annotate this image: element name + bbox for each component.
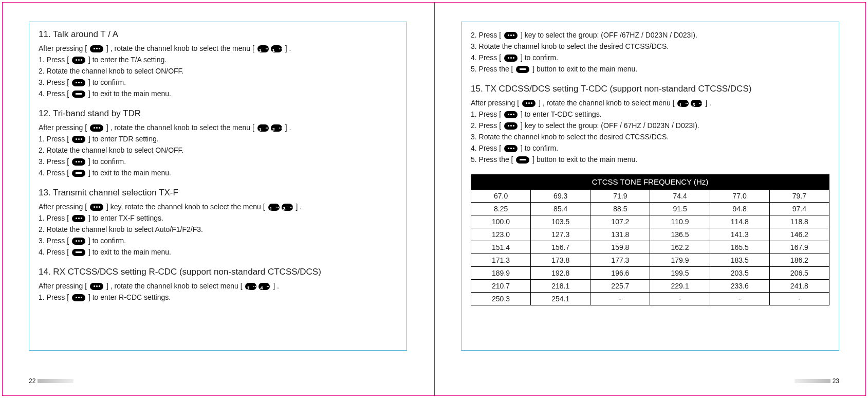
menu-key-icon bbox=[90, 124, 103, 132]
keypad-key-icon: 1 bbox=[677, 100, 689, 107]
table-cell: 127.3 bbox=[531, 228, 590, 241]
footer-bar-icon bbox=[38, 379, 73, 383]
section-title: 13. Transmit channel selection TX-F bbox=[39, 188, 397, 198]
keypad-key-icon: 4 bbox=[258, 283, 270, 290]
instruction-step: 2. Rotate the channel knob to select ON/… bbox=[39, 65, 397, 77]
table-cell: 88.5 bbox=[590, 203, 650, 215]
table-cell: 173.8 bbox=[531, 254, 590, 267]
table-cell: 233.6 bbox=[710, 280, 769, 293]
content-box-left: 11. Talk around T / AAfter pressing [ ] … bbox=[29, 22, 407, 351]
table-cell: 94.8 bbox=[710, 203, 769, 215]
table-row: 8.2585.488.591.594.897.4 bbox=[471, 203, 829, 215]
table-cell: 254.1 bbox=[531, 293, 590, 305]
table-cell: 156.7 bbox=[531, 241, 590, 254]
table-row: 100.0103.5107.2110.9114.8118.8 bbox=[471, 215, 829, 228]
table-cell: 69.3 bbox=[531, 190, 590, 203]
menu-key-icon bbox=[90, 283, 103, 290]
manual-section: 14. RX CTCSS/DCS setting R-CDC (support … bbox=[39, 267, 397, 303]
keypad-key-icon: 1 bbox=[271, 45, 282, 52]
instruction-step: 2. Rotate the channel knob to select ON/… bbox=[39, 144, 397, 156]
table-cell: 123.0 bbox=[471, 228, 531, 241]
instruction-step: 5. Press the [ ] button to exit to the m… bbox=[471, 63, 829, 75]
table-cell: 118.8 bbox=[769, 215, 829, 228]
table-cell: 206.5 bbox=[769, 267, 829, 280]
table-row: 151.4156.7159.8162.2165.5167.9 bbox=[471, 241, 829, 254]
exit-key-icon bbox=[516, 156, 529, 164]
table-cell: 179.9 bbox=[650, 254, 710, 267]
keypad-key-icon: 1 bbox=[257, 124, 269, 132]
menu-key-icon bbox=[504, 122, 518, 130]
table-cell: 77.0 bbox=[710, 190, 769, 203]
table-cell: 141.3 bbox=[710, 228, 769, 241]
section-intro: After pressing [ ] , rotate the channel … bbox=[471, 97, 829, 108]
instruction-step: 1. Press [ ] to enter TDR setting. bbox=[39, 133, 397, 144]
page-footer-left: 22 bbox=[29, 377, 73, 385]
table-cell: 131.8 bbox=[590, 228, 650, 241]
section-intro: After pressing [ ] , rotate the channel … bbox=[39, 122, 397, 133]
menu-key-icon bbox=[72, 158, 85, 166]
exit-key-icon bbox=[72, 170, 85, 177]
table-cell: 71.9 bbox=[590, 190, 650, 203]
ctcss-table-wrap: CTCSS TONE FREQUENCY (Hz)67.069.371.974.… bbox=[471, 174, 829, 305]
keypad-key-icon: 1 bbox=[257, 45, 269, 52]
page-22: 11. Talk around T / AAfter pressing [ ] … bbox=[2, 2, 434, 396]
table-cell: 210.7 bbox=[471, 280, 531, 293]
table-cell: 199.5 bbox=[650, 267, 710, 280]
section-title: 12. Tri-band stand by TDR bbox=[39, 108, 397, 119]
instruction-step: 2. Press [ ] key to select the group: (O… bbox=[471, 29, 829, 41]
table-cell: 159.8 bbox=[590, 241, 650, 254]
instruction-step: 1. Press [ ] to enter the T/A setting. bbox=[39, 54, 397, 65]
table-cell: 114.8 bbox=[710, 215, 769, 228]
section-title: 14. RX CTCSS/DCS setting R-CDC (support … bbox=[39, 267, 397, 277]
section-title: 11. Talk around T / A bbox=[39, 29, 397, 40]
menu-key-icon bbox=[72, 57, 85, 64]
menu-key-icon bbox=[522, 100, 535, 107]
page-number: 23 bbox=[833, 377, 839, 385]
table-cell: 192.8 bbox=[531, 267, 590, 280]
menu-key-icon bbox=[504, 32, 518, 39]
page-footer-right: 23 bbox=[795, 377, 839, 385]
menu-key-icon bbox=[72, 215, 85, 222]
table-row: 210.7218.1225.7229.1233.6241.8 bbox=[471, 280, 829, 293]
table-row: 250.3254.1---- bbox=[471, 293, 829, 305]
table-cell: 136.5 bbox=[650, 228, 710, 241]
instruction-step: 4. Press [ ] to exit to the main menu. bbox=[39, 167, 397, 178]
menu-key-icon bbox=[72, 238, 85, 245]
menu-key-icon bbox=[72, 136, 85, 143]
table-row: 67.069.371.974.477.079.7 bbox=[471, 190, 829, 203]
table-cell: - bbox=[650, 293, 710, 305]
table-row: 189.9192.8196.6199.5203.5206.5 bbox=[471, 267, 829, 280]
table-cell: 162.2 bbox=[650, 241, 710, 254]
manual-section: 15. TX CDCSS/DCS setting T-CDC (support … bbox=[471, 84, 829, 165]
table-cell: 196.6 bbox=[590, 267, 650, 280]
instruction-step: 3. Press [ ] to confirm. bbox=[39, 235, 397, 246]
menu-key-icon bbox=[72, 79, 85, 86]
table-cell: 85.4 bbox=[531, 203, 590, 215]
instruction-step: 4. Press [ ] to confirm. bbox=[471, 142, 829, 154]
table-cell: 189.9 bbox=[471, 267, 531, 280]
table-cell: 171.3 bbox=[471, 254, 531, 267]
table-cell: 103.5 bbox=[531, 215, 590, 228]
exit-key-icon bbox=[72, 249, 85, 256]
manual-section: 13. Transmit channel selection TX-FAfter… bbox=[39, 188, 397, 258]
table-header: CTCSS TONE FREQUENCY (Hz) bbox=[471, 174, 829, 190]
menu-key-icon bbox=[72, 294, 85, 301]
menu-key-icon bbox=[504, 145, 518, 152]
instruction-step: 4. Press [ ] to confirm. bbox=[471, 52, 829, 63]
exit-key-icon bbox=[72, 91, 85, 98]
menu-key-icon bbox=[90, 204, 103, 211]
exit-key-icon bbox=[516, 66, 529, 73]
table-cell: - bbox=[590, 293, 650, 305]
table-cell: 218.1 bbox=[531, 280, 590, 293]
instruction-step: 3. Press [ ] to confirm. bbox=[39, 156, 397, 167]
menu-key-icon bbox=[504, 55, 518, 62]
table-cell: 225.7 bbox=[590, 280, 650, 293]
keypad-key-icon: 5 bbox=[691, 100, 702, 107]
instruction-step: 3. Rotate the channel knob to select the… bbox=[471, 131, 829, 142]
section-intro: After pressing [ ] key, rotate the chann… bbox=[39, 201, 397, 212]
footer-bar-icon bbox=[795, 379, 830, 383]
menu-key-icon bbox=[504, 111, 518, 118]
keypad-key-icon: 1 bbox=[268, 204, 280, 211]
table-cell: 229.1 bbox=[650, 280, 710, 293]
instruction-step: 5. Press the [ ] button to exit to the m… bbox=[471, 154, 829, 165]
